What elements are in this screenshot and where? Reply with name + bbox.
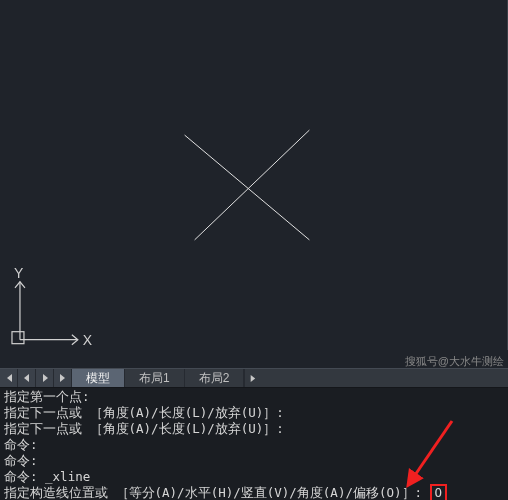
cmd-line: 命令:: [4, 453, 504, 469]
tab-model[interactable]: 模型: [72, 369, 125, 387]
cmd-line: 指定下一点或 ［角度(A)/长度(L)/放弃(U)］:: [4, 421, 504, 437]
svg-line-0: [185, 135, 310, 240]
tab-add-icon[interactable]: [244, 369, 260, 387]
tab-layout2[interactable]: 布局2: [185, 369, 245, 387]
tab-nav-next[interactable]: [36, 369, 54, 387]
cmd-line: 命令: _xline: [4, 469, 504, 485]
cmd-line: 命令:: [4, 437, 504, 453]
tab-layout1[interactable]: 布局1: [125, 369, 185, 387]
svg-rect-4: [12, 332, 24, 344]
cmd-line: 指定下一点或 ［角度(A)/长度(L)/放弃(U)］:: [4, 405, 504, 421]
axis-x-label: X: [83, 332, 93, 348]
watermark-text: 搜狐号@大水牛测绘: [405, 354, 504, 369]
layout-tab-bar: 模型 布局1 布局2: [0, 368, 508, 388]
cmd-line: 指定构造线位置或 ［等分(A)/水平(H)/竖直(V)/角度(A)/偏移(O)］…: [4, 485, 504, 500]
cmd-line: 指定第一个点:: [4, 389, 504, 405]
cmd-xline: _xline: [45, 469, 90, 484]
command-line-area[interactable]: 指定第一个点: 指定下一点或 ［角度(A)/长度(L)/放弃(U)］: 指定下一…: [0, 388, 508, 500]
tab-nav-first[interactable]: [0, 369, 18, 387]
axis-y-label: Y: [14, 265, 24, 281]
svg-line-1: [195, 130, 310, 240]
tab-nav-prev[interactable]: [18, 369, 36, 387]
highlight-offset-option: O: [430, 484, 448, 500]
tab-nav-last[interactable]: [54, 369, 72, 387]
drawing-viewport[interactable]: X Y: [0, 0, 508, 350]
